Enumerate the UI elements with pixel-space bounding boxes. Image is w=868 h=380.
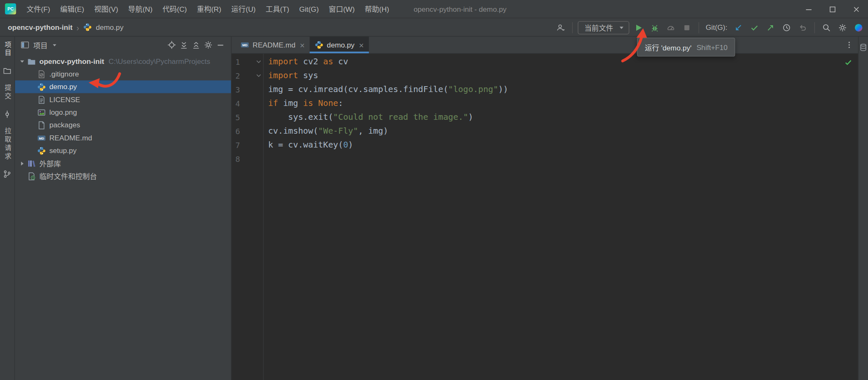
maximize-icon [828, 5, 837, 13]
menu-code[interactable]: 代码(C) [157, 0, 192, 18]
expand-all-button[interactable] [178, 39, 190, 51]
hide-panel-button[interactable] [214, 39, 226, 51]
menu-view[interactable]: 视图(V) [89, 0, 123, 18]
tree-item-0[interactable]: opencv-python-initC:\Users\cody\PycharmP… [15, 55, 231, 68]
panel-options-button[interactable] [202, 39, 214, 51]
gutter-line-2[interactable]: 2 [231, 69, 263, 83]
search-everywhere-button[interactable] [820, 21, 833, 34]
minimize-button[interactable] [797, 0, 821, 18]
toolbar-separator [698, 22, 699, 33]
close-tab-icon[interactable]: × [359, 41, 364, 49]
tab-demo[interactable]: demo.py× [309, 37, 369, 53]
editor-gutter[interactable]: 12345678 [231, 54, 264, 380]
tool-tab-project[interactable]: 项目 [4, 41, 10, 58]
git-update-button[interactable] [732, 21, 745, 34]
gutter-line-5[interactable]: 5 [231, 111, 263, 124]
code-token [313, 98, 318, 108]
tool-tab-bookmarks[interactable] [2, 66, 13, 77]
close-tab-icon[interactable]: × [300, 41, 305, 49]
tree-item-8[interactable]: 外部库 [15, 157, 231, 169]
toolbar-separator [814, 22, 815, 33]
code-line-4: if img is None: [268, 97, 858, 111]
gutter-line-8[interactable]: 8 [231, 152, 263, 166]
python-icon [37, 146, 46, 155]
tree-item-label: README.md [49, 134, 92, 142]
database-icon[interactable] [859, 43, 868, 52]
git-history-button[interactable] [780, 21, 793, 34]
git-rollback-button[interactable] [796, 21, 810, 34]
tree-chevron-spacer [28, 95, 37, 104]
tab-options-button[interactable] [844, 40, 855, 50]
tree-item-9[interactable]: 临时文件和控制台 [15, 170, 231, 182]
chevron-down-icon[interactable] [52, 42, 58, 48]
locate-file-button[interactable] [165, 39, 178, 51]
breadcrumb-project[interactable]: opencv-python-init [8, 23, 72, 32]
tree-item-5[interactable]: packages [15, 119, 231, 131]
debug-button[interactable] [648, 21, 661, 34]
code-line-8 [268, 152, 858, 166]
run-config-combo[interactable]: 当前文件 [578, 21, 629, 34]
breadcrumb-file[interactable]: demo.py [96, 23, 123, 32]
tree-item-7[interactable]: setup.py [15, 144, 231, 157]
profiler-button[interactable] [664, 21, 678, 34]
menu-tools[interactable]: 工具(T) [261, 0, 294, 18]
fold-marker-icon[interactable] [256, 73, 261, 78]
menu-file[interactable]: 文件(F) [21, 0, 55, 18]
git-branch-icon [3, 170, 12, 179]
tool-tab-commit[interactable]: 提交 [4, 84, 10, 101]
inspections-ok-icon[interactable] [844, 58, 852, 67]
git-commit-button[interactable] [748, 21, 761, 34]
run-tooltip-shortcut: Shift+F10 [697, 43, 728, 51]
code-line-7: k = cv.waitKey(0) [268, 138, 858, 152]
gutter-line-6[interactable]: 6 [231, 124, 263, 138]
project-pane-icon [21, 40, 29, 49]
tree-item-4[interactable]: logo.png [15, 106, 231, 119]
git-push-icon [766, 23, 775, 32]
gutter-line-4[interactable]: 4 [231, 97, 263, 111]
user-accounts-button[interactable] [554, 21, 567, 34]
menu-window[interactable]: 窗口(W) [324, 0, 360, 18]
chevron-down-icon[interactable] [18, 57, 27, 66]
tree-item-label: demo.py [49, 83, 77, 91]
tab-readme[interactable]: MDREADME.md× [236, 37, 310, 53]
rollback-icon [798, 23, 807, 32]
code-token: cv2 [298, 57, 323, 67]
tree-item-1[interactable]: .gitignore [15, 68, 231, 80]
menu-navigate[interactable]: 导航(N) [123, 0, 157, 18]
fold-marker-icon[interactable] [256, 59, 261, 64]
menu-edit[interactable]: 编辑(E) [55, 0, 89, 18]
main-area: 项目提交拉取请求 项目 opencv-python-initC:\Users\c… [0, 37, 868, 380]
tool-tab-structure[interactable] [2, 109, 13, 120]
chevron-right-icon[interactable] [18, 159, 27, 168]
gutter-line-1[interactable]: 1 [231, 55, 263, 69]
code-token: if [268, 98, 278, 108]
line-number: 8 [236, 154, 240, 163]
run-button[interactable] [632, 21, 645, 34]
plain-file-icon [37, 121, 46, 129]
menu-git[interactable]: Git(G) [294, 0, 324, 18]
code-editor[interactable]: import cv2 as cvimport sysimg = cv.imrea… [264, 54, 858, 380]
menu-help[interactable]: 帮助(H) [360, 0, 394, 18]
profile-avatar-button[interactable] [852, 21, 865, 34]
stop-button[interactable] [680, 21, 694, 34]
tree-chevron-spacer [28, 121, 37, 129]
menu-refactor[interactable]: 重构(R) [192, 0, 226, 18]
tool-tab-pull-requests[interactable]: 拉取请求 [4, 127, 10, 161]
ide-settings-button[interactable] [836, 21, 850, 34]
tree-item-path: C:\Users\cody\PycharmProjects [109, 57, 210, 66]
gutter-line-7[interactable]: 7 [231, 138, 263, 152]
tree-item-6[interactable]: MDREADME.md [15, 132, 231, 144]
tree-item-3[interactable]: LICENSE [15, 93, 231, 106]
close-button[interactable] [844, 0, 868, 18]
window-title: opencv-python-init - demo.py [414, 5, 506, 13]
tree-item-2[interactable]: demo.py [15, 80, 231, 93]
project-panel-title[interactable]: 项目 [33, 40, 47, 50]
code-token: 0 [343, 140, 348, 150]
git-push-button[interactable] [764, 21, 777, 34]
menu-run[interactable]: 运行(U) [226, 0, 261, 18]
maximize-button[interactable] [821, 0, 844, 18]
avatar-icon [854, 23, 863, 32]
gutter-line-3[interactable]: 3 [231, 83, 263, 97]
collapse-all-button[interactable] [190, 39, 202, 51]
tool-tab-git[interactable] [2, 169, 13, 179]
